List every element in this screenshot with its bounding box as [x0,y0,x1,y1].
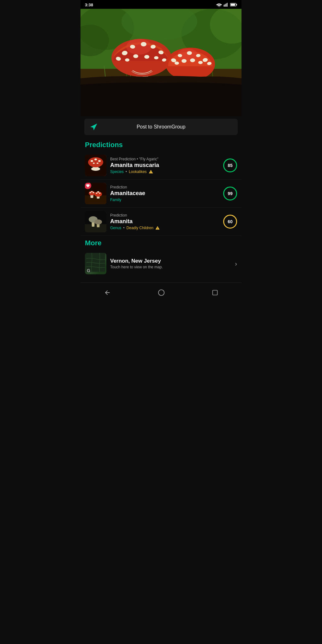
prediction-name-1: Amanita muscaria [110,162,219,169]
prediction-card-2[interactable]: Prediction Amanitaceae Family 99 [80,180,242,208]
send-icon [90,123,98,131]
nav-bar [80,283,242,302]
svg-point-41 [198,61,203,64]
svg-point-67 [158,290,164,295]
svg-point-50 [97,163,98,164]
svg-point-59 [97,191,99,193]
more-section-title: More [80,236,242,250]
status-icons [216,3,237,7]
svg-point-55 [91,191,93,192]
location-subtitle: Touch here to view on the map. [110,265,231,269]
prediction-meta-3: Prediction [110,213,219,218]
svg-rect-68 [212,290,217,295]
signal-icon [224,3,229,7]
square-icon [212,289,218,296]
home-circle-icon [158,289,165,296]
prediction-thumbnail-2 [85,183,106,204]
thumb-art-3 [85,211,106,232]
svg-point-19 [126,39,152,55]
warning-icon-1 [149,170,153,174]
prediction-meta-2: Prediction [110,185,219,189]
tag-dot-1: • [126,170,127,174]
svg-rect-62 [85,224,106,232]
svg-point-27 [133,54,138,58]
predictions-section-title: Predictions [80,138,242,152]
svg-point-28 [144,55,149,59]
svg-point-22 [141,42,146,46]
svg-point-35 [187,51,192,55]
prediction-tags-2: Family [110,198,219,202]
score-circle-1: 85 [223,158,237,172]
recents-nav-button[interactable] [204,287,226,298]
svg-point-54 [90,192,91,193]
post-to-shroomgroup-button[interactable]: Post to ShroomGroup [84,119,238,135]
tag-species: Species [110,170,124,174]
svg-point-39 [182,59,187,63]
svg-point-58 [96,193,98,194]
back-nav-button[interactable] [96,287,118,299]
chevron-right-icon: › [235,260,237,267]
prediction-tags-3: Genus • Deadly Children [110,226,219,230]
back-icon [104,289,111,296]
prediction-card-3[interactable]: Prediction Amanita Genus • Deadly Childr… [80,208,242,236]
svg-point-60 [99,193,101,194]
svg-point-47 [94,158,97,160]
battery-icon [230,3,237,7]
post-button-label: Post to ShroomGroup [103,124,238,130]
location-info: Vernon, New Jersey Touch here to view on… [110,258,231,269]
score-circle-3: 60 [223,215,237,229]
location-title: Vernon, New Jersey [110,258,231,264]
tag-deadly-children: Deadly Children [127,226,153,230]
svg-point-38 [175,62,179,65]
status-time: 3:38 [85,3,93,7]
svg-point-48 [98,160,101,162]
score-circle-2: 99 [223,187,237,200]
wifi-icon [216,3,222,7]
tag-family: Family [110,198,121,202]
svg-point-64 [94,219,102,224]
status-bar: 3:38 [80,0,242,9]
svg-point-46 [91,160,93,162]
tag-genus: Genus [110,226,121,230]
map-letter: G [87,268,90,273]
prediction-meta-1: Best Prediction • "Fly Agaric" [110,157,219,161]
location-card[interactable]: G Vernon, New Jersey Touch here to view … [80,250,242,277]
svg-rect-2 [231,4,235,6]
tag-dot-3: • [123,226,124,230]
tag-lookalikes: Lookalikes [129,170,147,174]
thumb-art-1 [85,155,106,176]
prediction-info-2: Prediction Amanitaceae Family [110,185,219,202]
prediction-name-2: Amanitaceae [110,190,219,197]
svg-point-56 [93,192,94,193]
home-nav-button[interactable] [150,287,172,299]
prediction-thumbnail-1 [85,155,106,176]
svg-rect-1 [236,4,237,6]
prediction-info-3: Prediction Amanita Genus • Deadly Childr… [110,213,219,230]
prediction-card-1[interactable]: Best Prediction • "Fly Agaric" Amanita m… [80,152,242,180]
prediction-tags-1: Species • Lookalikes [110,170,219,174]
svg-point-40 [190,58,195,62]
svg-point-26 [125,58,129,62]
prediction-name-3: Amanita [110,218,219,225]
mushroom-illustration [80,9,242,116]
map-thumbnail: G [85,253,106,274]
hero-image [80,9,242,116]
svg-point-29 [154,56,158,59]
send-icon-container [84,119,103,135]
prediction-info-1: Best Prediction • "Fly Agaric" Amanita m… [110,157,219,174]
prediction-thumbnail-3 [85,211,106,232]
warning-icon-3 [155,226,160,230]
svg-point-49 [93,163,95,164]
svg-rect-52 [85,195,106,204]
